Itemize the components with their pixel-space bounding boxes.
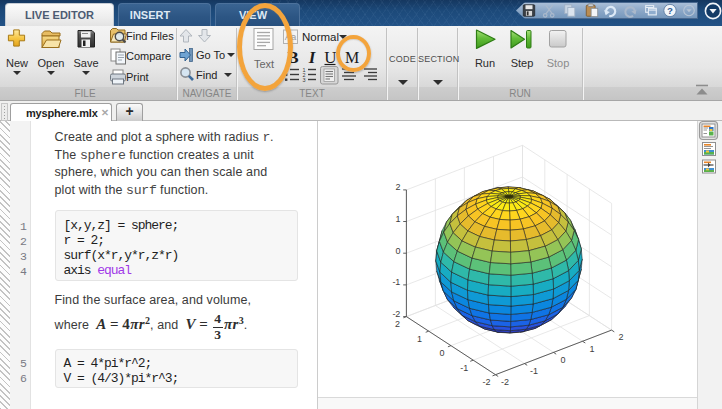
- svg-text:2: 2: [619, 332, 624, 342]
- svg-text:-2: -2: [482, 377, 490, 387]
- svg-text:2: 2: [395, 319, 400, 329]
- svg-text:2: 2: [395, 182, 400, 192]
- svg-text:?: ?: [667, 5, 673, 16]
- svg-text:1: 1: [417, 334, 422, 344]
- svg-text:1: 1: [590, 344, 595, 354]
- svg-text:1: 1: [395, 214, 400, 224]
- svg-text:-1: -1: [392, 277, 400, 287]
- svg-text:I: I: [308, 48, 317, 67]
- svg-text:-1: -1: [460, 363, 468, 373]
- svg-text:-1: -1: [530, 366, 538, 376]
- svg-text:-2: -2: [501, 377, 509, 387]
- svg-text:0: 0: [439, 348, 444, 358]
- svg-text:0: 0: [561, 355, 566, 365]
- svg-text:0: 0: [395, 246, 400, 256]
- svg-text:-2: -2: [392, 309, 400, 319]
- svg-text:3: 3: [303, 77, 306, 83]
